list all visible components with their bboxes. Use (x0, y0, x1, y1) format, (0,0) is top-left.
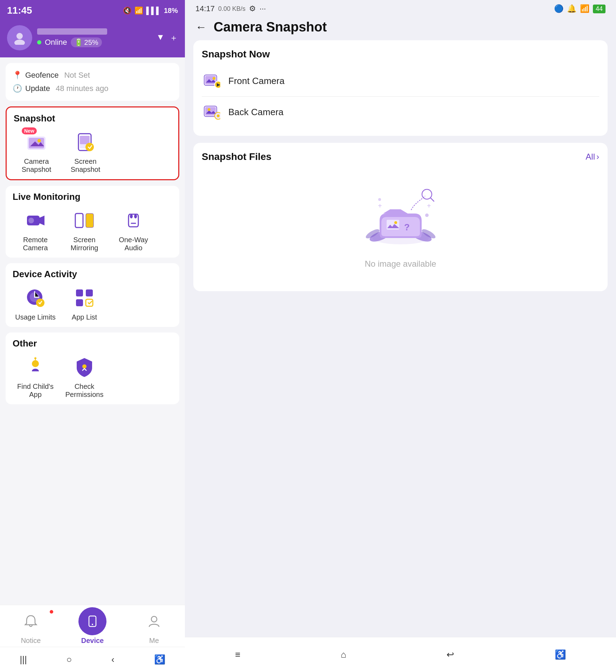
find-childs-app-icon (25, 357, 46, 378)
svg-rect-21 (86, 299, 93, 306)
app-list-label: App List (72, 313, 97, 321)
check-permissions-item[interactable]: Check Permissions (62, 355, 107, 399)
battery-tag: 🔋 25% (71, 37, 102, 47)
snapshot-now-card: Snapshot Now ▶ Front Camera (193, 40, 608, 136)
svg-point-29 (213, 77, 215, 80)
snapshot-files-header: Snapshot Files All › (202, 151, 599, 162)
back-camera-option[interactable]: Back Camera (202, 96, 599, 127)
snapshot-grid: New Camera Snapshot (14, 130, 171, 174)
notice-icon-wrap (17, 607, 45, 635)
empty-text: No image available (365, 259, 436, 269)
svg-point-23 (82, 364, 86, 369)
right-more-icon: ··· (259, 4, 266, 13)
usage-limits-item[interactable]: Usage Limits (13, 285, 58, 321)
svg-point-0 (16, 33, 23, 39)
header-info: Online 🔋 25% (37, 28, 151, 47)
header-status: Online 🔋 25% (37, 37, 151, 47)
right-home-btn[interactable]: ⌂ (341, 649, 346, 660)
geofence-row: 📍 Geofence Not Set (13, 69, 172, 82)
device-activity-title: Device Activity (13, 269, 172, 280)
snapshot-files-title: Snapshot Files (202, 151, 271, 162)
live-monitoring-title: Live Monitoring (13, 191, 172, 202)
check-permissions-icon (74, 357, 95, 378)
chevron-right-icon: › (596, 152, 599, 162)
empty-state: ? + + No image available (202, 168, 599, 283)
update-icon: 🕐 (13, 84, 22, 93)
other-title: Other (13, 338, 172, 349)
snapshot-section: Snapshot New Camera Snapshot (6, 106, 179, 180)
battery-icon: 18% (164, 7, 178, 15)
front-camera-icon-wrap: ▶ (202, 71, 221, 91)
front-camera-icon: ▶ (203, 72, 220, 90)
bell-icon (24, 614, 38, 628)
live-monitoring-grid: Remote Camera Screen Mirroring (13, 208, 172, 252)
right-panel: 14:17 0.00 KB/s ⚙ ··· 🔵 🔔 📶 44 ← Camera … (185, 0, 616, 672)
left-status-bar: 11:45 🔇 📶 ▌▌▌ 18% (0, 0, 185, 20)
snapshot-title: Snapshot (14, 113, 171, 124)
new-badge: New (22, 127, 37, 134)
svg-text:+: + (427, 202, 431, 210)
right-menu-btn[interactable]: ≡ (235, 649, 240, 660)
svg-point-34 (208, 108, 210, 111)
back-sys-btn[interactable]: ‹ (111, 654, 115, 665)
find-childs-app-label: Find Child's App (13, 383, 58, 399)
svg-rect-20 (76, 299, 83, 306)
left-content: 📍 Geofence Not Set 🕐 Update 48 minutes a… (0, 57, 185, 605)
device-icon (78, 607, 106, 635)
find-childs-app-item[interactable]: Find Child's App (13, 355, 58, 399)
right-back-btn[interactable]: ↩ (447, 649, 454, 660)
info-card: 📍 Geofence Not Set 🕐 Update 48 minutes a… (6, 63, 179, 101)
screen-mirroring-icon-box (72, 208, 97, 233)
remote-camera-label: Remote Camera (13, 236, 58, 252)
svg-point-26 (151, 616, 157, 622)
me-icon-wrap (140, 607, 168, 635)
right-status-right: 🔵 🔔 📶 44 (554, 4, 605, 13)
usage-limits-label: Usage Limits (15, 313, 56, 321)
nav-notice[interactable]: Notice (0, 607, 62, 645)
screen-mirroring-item[interactable]: Screen Mirroring (62, 208, 107, 252)
screen-snapshot-item[interactable]: Screen Snapshot (63, 130, 108, 174)
wifi-right-icon: 📶 (580, 4, 589, 13)
dropdown-icon[interactable]: ▼ (156, 32, 165, 43)
online-label: Online (45, 38, 67, 47)
svg-point-13 (130, 214, 133, 218)
remote-camera-item[interactable]: Remote Camera (13, 208, 58, 252)
front-camera-option[interactable]: ▶ Front Camera (202, 65, 599, 96)
svg-rect-33 (205, 107, 216, 115)
accessibility-sys-btn[interactable]: ♿ (154, 654, 165, 665)
add-icon[interactable]: ＋ (169, 32, 178, 43)
screen-snapshot-icon-box (73, 130, 98, 155)
snapshot-files-card: Snapshot Files All › (193, 143, 608, 291)
page-title: Camera Snapshot (214, 20, 327, 35)
live-monitoring-section: Live Monitoring Remote Camera (6, 186, 179, 258)
one-way-audio-icon (123, 210, 144, 231)
device-activity-section: Device Activity Usage Limits (6, 263, 179, 327)
all-link[interactable]: All › (586, 152, 599, 162)
snapshot-now-title: Snapshot Now (202, 49, 599, 60)
home-sys-btn[interactable]: ○ (67, 654, 72, 665)
front-camera-label: Front Camera (228, 76, 284, 86)
camera-snapshot-icon-box: New (24, 130, 49, 155)
nav-me[interactable]: Me (123, 607, 185, 645)
app-list-item[interactable]: App List (62, 285, 107, 321)
person-icon (147, 614, 161, 628)
one-way-audio-label: One-Way Audio (111, 236, 156, 252)
remote-camera-icon-box (23, 208, 48, 233)
back-camera-icon-wrap (202, 102, 221, 122)
svg-point-4 (37, 139, 41, 142)
right-bottom-nav: ≡ ⌂ ↩ ♿ (185, 637, 616, 672)
one-way-audio-icon-box (121, 208, 146, 233)
screen-mirroring-icon (74, 210, 95, 231)
camera-snapshot-item[interactable]: New Camera Snapshot (14, 130, 59, 174)
right-content: Snapshot Now ▶ Front Camera (185, 40, 616, 637)
one-way-audio-item[interactable]: One-Way Audio (111, 208, 156, 252)
menu-sys-btn[interactable]: ||| (20, 654, 27, 665)
svg-rect-12 (86, 214, 94, 227)
right-accessibility-btn[interactable]: ♿ (555, 649, 566, 660)
battery-percent: 25% (84, 38, 98, 47)
back-button[interactable]: ← (195, 21, 207, 34)
update-row: 🕐 Update 48 minutes ago (13, 82, 172, 95)
nav-device[interactable]: Device (62, 607, 123, 645)
check-permissions-icon-box (72, 355, 97, 380)
update-value: 48 minutes ago (56, 84, 108, 93)
